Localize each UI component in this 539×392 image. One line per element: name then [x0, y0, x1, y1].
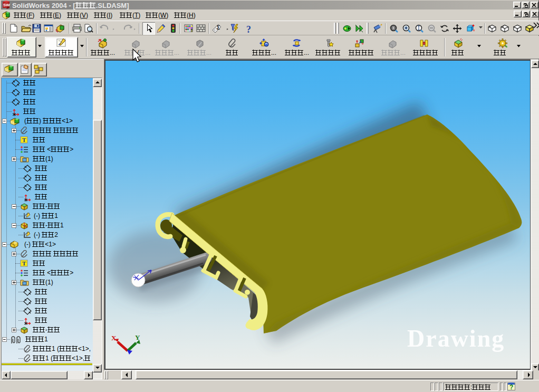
- svg-text:X: X: [111, 334, 117, 342]
- svg-text:SW: SW: [3, 3, 10, 7]
- svg-text:T: T: [22, 260, 26, 266]
- svg-text:?: ?: [246, 24, 251, 35]
- svg-text:Y: Y: [135, 333, 140, 341]
- svg-text:Drawing: Drawing: [407, 325, 505, 352]
- svg-text:T: T: [22, 137, 26, 143]
- svg-text:Σ: Σ: [217, 25, 220, 31]
